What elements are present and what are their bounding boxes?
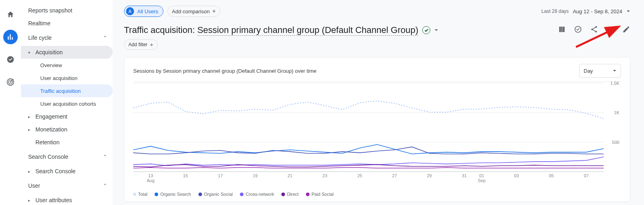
page-title-prefix: Traffic acquisition: bbox=[124, 25, 197, 35]
sidenav-group[interactable]: ▾Acquisition bbox=[21, 46, 113, 59]
legend-label: Organic Social bbox=[204, 192, 233, 197]
svg-text:1.5K: 1.5K bbox=[610, 81, 619, 86]
legend-swatch bbox=[155, 193, 158, 196]
home-icon[interactable] bbox=[3, 7, 18, 22]
legend-label: Cross-network bbox=[246, 192, 274, 197]
add-filter-label: Add filter bbox=[128, 42, 147, 47]
top-bar: A All Users Add comparison + Last 28 day… bbox=[124, 4, 630, 18]
sidenav-item[interactable]: Reports snapshot bbox=[21, 4, 113, 17]
granularity-select[interactable]: Day bbox=[579, 64, 621, 78]
chip-bubble: A bbox=[126, 7, 134, 15]
legend-swatch bbox=[240, 193, 244, 196]
caret-right-icon: ▸ bbox=[28, 127, 30, 132]
svg-text:1K: 1K bbox=[614, 111, 619, 115]
legend-swatch bbox=[306, 193, 310, 196]
caret-right-icon: ▸ bbox=[28, 115, 30, 119]
sidenav-group[interactable]: ▸User attributes bbox=[21, 194, 113, 205]
sidenav-group[interactable]: ▸Engagement bbox=[21, 110, 113, 123]
svg-text:29: 29 bbox=[427, 174, 432, 178]
svg-text:07: 07 bbox=[584, 174, 588, 178]
svg-text:01: 01 bbox=[479, 174, 484, 178]
all-users-chip[interactable]: A All Users bbox=[124, 6, 163, 17]
caret-right-icon: ▸ bbox=[28, 169, 30, 174]
comparison-chips: A All Users Add comparison + bbox=[124, 6, 220, 17]
legend-item[interactable]: Cross-network bbox=[240, 192, 274, 197]
sidenav-section-header[interactable]: Life cycle⌃ bbox=[21, 30, 113, 46]
plus-icon: + bbox=[212, 9, 216, 14]
legend-item[interactable]: Total bbox=[133, 192, 147, 197]
sidenav-group[interactable]: Retention bbox=[21, 136, 113, 149]
sidenav-section-header[interactable]: Search Console⌃ bbox=[21, 149, 113, 165]
date-range-value: Aug 12 - Sep 8, 2024 bbox=[573, 8, 622, 14]
chip-label: All Users bbox=[137, 8, 158, 14]
svg-text:19: 19 bbox=[253, 174, 258, 178]
sidenav-group[interactable]: ▸Search Console bbox=[21, 165, 113, 178]
sidenav-group[interactable]: ▸Monetization bbox=[21, 123, 113, 136]
legend-label: Paid Social bbox=[312, 192, 334, 197]
svg-text:27: 27 bbox=[392, 174, 397, 178]
svg-text:Aug: Aug bbox=[147, 178, 155, 183]
date-range-picker[interactable]: Last 28 days Aug 12 - Sep 8, 2024 bbox=[541, 8, 630, 14]
svg-text:23: 23 bbox=[322, 174, 327, 178]
explore-icon[interactable] bbox=[3, 52, 18, 67]
legend-swatch bbox=[281, 193, 285, 196]
svg-text:25: 25 bbox=[357, 174, 362, 178]
sidenav-report-link[interactable]: Traffic acquisition bbox=[21, 84, 113, 97]
plus-icon: + bbox=[150, 43, 153, 47]
sidenav-report-link[interactable]: User acquisition bbox=[21, 72, 113, 84]
title-toolbar bbox=[558, 25, 630, 35]
chevron-up-icon: ⌃ bbox=[103, 154, 107, 160]
sidenav-section-header[interactable]: User⌃ bbox=[21, 178, 113, 194]
left-icon-rail bbox=[0, 0, 21, 205]
granularity-value: Day bbox=[584, 68, 593, 74]
chevron-down-icon bbox=[626, 9, 630, 13]
legend-swatch bbox=[198, 193, 202, 196]
title-row: Traffic acquisition: Session primary cha… bbox=[124, 25, 630, 35]
svg-text:15: 15 bbox=[183, 174, 188, 178]
sidenav-report-link[interactable]: User acquisition cohorts bbox=[21, 97, 113, 110]
chevron-down-icon bbox=[613, 69, 617, 73]
add-filter-button[interactable]: Add filter + bbox=[124, 39, 158, 50]
insights-icon[interactable] bbox=[606, 25, 614, 35]
svg-text:13: 13 bbox=[148, 174, 153, 178]
svg-text:03: 03 bbox=[514, 174, 519, 178]
legend-swatch bbox=[133, 193, 136, 196]
caret-right-icon: ▸ bbox=[28, 198, 30, 203]
main-content: A All Users Add comparison + Last 28 day… bbox=[113, 0, 644, 205]
legend-label: Total bbox=[138, 192, 147, 197]
caret-down-icon: ▾ bbox=[28, 50, 30, 55]
svg-text:17: 17 bbox=[218, 174, 223, 178]
edit-icon[interactable] bbox=[622, 25, 630, 35]
advertising-icon[interactable] bbox=[3, 75, 18, 89]
chart-card-title: Sessions by Session primary channel grou… bbox=[133, 68, 316, 74]
reports-icon[interactable] bbox=[3, 30, 18, 44]
chart-card: Sessions by Session primary channel grou… bbox=[124, 57, 630, 202]
legend-item[interactable]: Organic Social bbox=[198, 192, 233, 197]
svg-text:500: 500 bbox=[612, 140, 619, 145]
sidenav-item[interactable]: Realtime bbox=[21, 17, 113, 30]
data-quality-badge[interactable] bbox=[422, 26, 430, 34]
line-chart[interactable]: 5001K1.5K1315171921232527293101030507Aug… bbox=[133, 80, 621, 189]
chevron-down-icon[interactable] bbox=[434, 28, 438, 32]
page-title: Traffic acquisition: Session primary cha… bbox=[124, 25, 418, 35]
legend-label: Direct bbox=[287, 192, 299, 197]
svg-text:Sep: Sep bbox=[478, 178, 485, 183]
chevron-up-icon: ⌃ bbox=[103, 35, 107, 41]
compare-icon[interactable] bbox=[558, 25, 566, 35]
svg-text:21: 21 bbox=[288, 174, 293, 178]
page-title-dimension[interactable]: Session primary channel group (Default C… bbox=[197, 25, 418, 36]
sidenav-report-link[interactable]: Overview bbox=[21, 59, 113, 72]
svg-text:05: 05 bbox=[549, 174, 554, 178]
legend-item[interactable]: Paid Social bbox=[306, 192, 334, 197]
svg-text:31: 31 bbox=[462, 174, 466, 178]
date-range-period: Last 28 days bbox=[541, 8, 569, 14]
legend-item[interactable]: Organic Search bbox=[155, 192, 191, 197]
add-comparison-button[interactable]: Add comparison + bbox=[167, 6, 220, 17]
side-navigation: Reports snapshotRealtimeLife cycle⌃▾Acqu… bbox=[21, 0, 113, 205]
add-comparison-label: Add comparison bbox=[172, 8, 210, 14]
data-quality-icon[interactable] bbox=[574, 25, 582, 35]
chart-legend: TotalOrganic SearchOrganic SocialCross-n… bbox=[133, 192, 621, 197]
legend-item[interactable]: Direct bbox=[281, 192, 299, 197]
chevron-up-icon: ⌃ bbox=[103, 183, 107, 189]
share-icon[interactable] bbox=[590, 25, 598, 35]
